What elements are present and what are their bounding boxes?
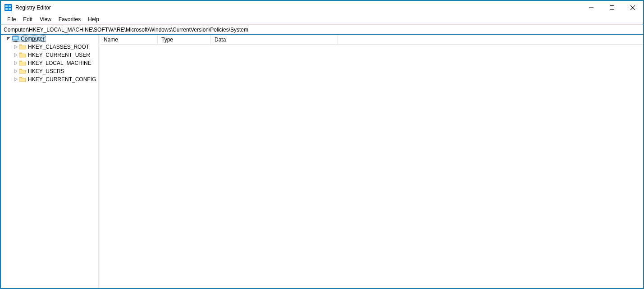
maximize-button[interactable] [602,1,622,14]
svg-marker-18 [14,78,17,81]
chevron-right-icon[interactable] [14,53,18,57]
minimize-button[interactable] [581,1,602,14]
close-button[interactable] [622,1,643,14]
window-title: Registry Editor [15,5,51,11]
folder-icon [19,44,26,50]
menu-favorites[interactable]: Favorites [55,15,84,23]
folder-icon [19,60,26,66]
column-type[interactable]: Type [158,35,211,44]
menu-view[interactable]: View [36,15,55,23]
tree-hkcr[interactable]: HKEY_CLASSES_ROOT [1,43,98,51]
menu-help[interactable]: Help [84,15,103,23]
tree-label: HKEY_USERS [28,68,64,74]
svg-rect-4 [9,8,11,10]
tree-panel[interactable]: Computer HKEY_CLASSES_ROOT HKEY_CURRENT_… [1,35,98,288]
computer-icon [12,36,19,42]
svg-rect-11 [13,37,18,40]
svg-marker-9 [7,37,10,41]
tree-label: HKEY_CURRENT_USER [28,52,90,58]
folder-icon [19,52,26,58]
chevron-right-icon[interactable] [14,77,18,82]
chevron-right-icon[interactable] [14,45,18,49]
menu-file[interactable]: File [4,15,19,23]
folder-icon [19,68,26,74]
svg-rect-12 [14,41,17,41]
tree-hkcu[interactable]: HKEY_CURRENT_USER [1,51,98,59]
menubar: File Edit View Favorites Help [1,14,643,25]
chevron-down-icon[interactable] [6,37,11,41]
column-data[interactable]: Data [211,35,338,44]
list-panel[interactable]: Name Type Data [100,35,643,288]
svg-rect-1 [5,5,8,7]
list-body[interactable] [100,45,643,288]
regedit-app-icon [5,4,12,11]
address-input[interactable] [1,25,643,34]
list-header: Name Type Data [100,35,643,45]
folder-icon [19,76,26,83]
tree-hklm[interactable]: HKEY_LOCAL_MACHINE [1,59,98,67]
titlebar: Registry Editor [1,1,643,14]
tree-hkcc[interactable]: HKEY_CURRENT_CONFIG [1,75,98,83]
window-controls [581,1,643,14]
svg-rect-2 [9,5,11,7]
tree-label: Computer [21,36,45,42]
tree-label: HKEY_LOCAL_MACHINE [28,60,91,66]
menu-edit[interactable]: Edit [19,15,36,23]
address-bar [1,25,643,35]
svg-marker-17 [14,69,17,73]
chevron-right-icon[interactable] [14,61,18,65]
tree-computer[interactable]: Computer [1,35,98,43]
chevron-right-icon[interactable] [14,69,18,73]
svg-rect-13 [13,41,18,42]
svg-marker-14 [14,45,17,49]
column-name[interactable]: Name [100,35,158,44]
svg-marker-16 [14,61,17,65]
svg-marker-15 [14,53,17,57]
tree-label: HKEY_CLASSES_ROOT [28,44,89,50]
tree-hku[interactable]: HKEY_USERS [1,67,98,75]
svg-rect-0 [5,4,12,11]
svg-rect-6 [610,6,614,10]
svg-rect-3 [5,8,8,10]
tree-label: HKEY_CURRENT_CONFIG [28,76,96,83]
